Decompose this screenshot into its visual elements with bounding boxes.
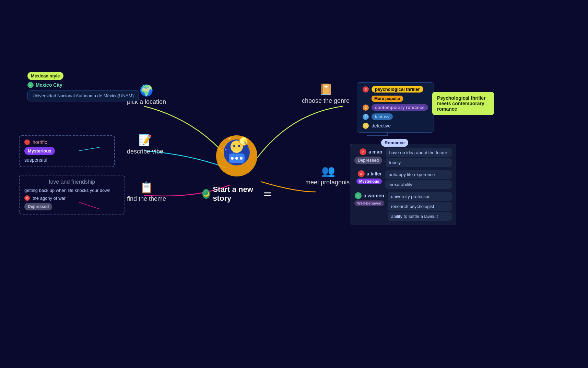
women-label-wrap: ♀ a women [355, 192, 384, 199]
choose-genre-label: choose the genre [302, 97, 350, 105]
svg-point-11 [238, 145, 240, 147]
globe-icon: 🌍 [140, 84, 153, 97]
fantasy-label: fantasy [372, 113, 393, 120]
meet-protagonist-branch: 👥 meet protagonist [305, 164, 351, 186]
suspensful-label: suspensful [24, 157, 47, 163]
svg-point-18 [231, 157, 234, 160]
women-icon: ♀ [355, 192, 362, 199]
menu-button[interactable] [264, 192, 271, 196]
genre-popup-text: Psychological thriller meets contemporar… [437, 95, 486, 112]
romance-badge[interactable]: Romance [381, 139, 408, 147]
thriller-dot: ⊙ [363, 86, 369, 93]
theme-agony: ⊘ the agony of war [24, 195, 120, 201]
man-traits: have no idea about the future lonely [386, 148, 452, 167]
detective-label: detective [372, 123, 391, 128]
genre-box: ⊙ psychological thriller More popular ⊙ … [357, 82, 434, 133]
killer-trait-1: unhappy life experence [385, 170, 452, 179]
more-popular-label: More popular [363, 95, 428, 101]
romance-badge-wrap: Romance [381, 139, 408, 147]
romance-dot: ⊙ [363, 105, 369, 111]
killer-trait-2: inexorability [385, 180, 452, 189]
center-icon: 💡 ✦ ✦ ✦ idea [214, 134, 259, 183]
protagonist-man-section: ♂ a man Depressed have no idea about the… [354, 148, 452, 167]
agony-dot: ⊘ [24, 195, 30, 201]
clipboard-icon: 📋 [140, 181, 153, 194]
vibe-suspensful: suspensful [24, 157, 109, 163]
theme-box: love and friendship getting back up when… [19, 175, 125, 214]
center-title: 🌙 Start a new story [202, 185, 271, 203]
killer-traits: unhappy life experence inexorability [385, 170, 452, 189]
find-theme-branch: 📋 find the theme [127, 181, 166, 203]
svg-text:✦: ✦ [225, 148, 227, 151]
man-depressed-tag[interactable]: Depressed [354, 157, 382, 164]
genre-item-thriller[interactable]: ⊙ psychological thriller [363, 86, 428, 93]
describe-vibe-label: describe vibe [127, 148, 163, 155]
killer-label-wrap: ⚔ a killer [358, 170, 382, 177]
fantasy-dot: ⓕ [363, 114, 369, 120]
protagonist-killer-section: ⚔ a killer Mysterious unhappy life exper… [354, 170, 452, 189]
man-label-wrap: ♂ a man [360, 148, 382, 155]
svg-text:idea: idea [233, 150, 239, 153]
notepad-icon: 📝 [138, 134, 152, 147]
mexican-style-tag[interactable]: Mexican style [27, 72, 63, 80]
svg-text:✦: ✦ [228, 137, 231, 140]
svg-point-10 [233, 145, 235, 147]
horrific-dot [24, 139, 30, 145]
find-theme-label: find the theme [127, 195, 166, 203]
title-text: Start a new story [213, 185, 261, 203]
popular-tag: More popular [372, 96, 403, 102]
genre-popup: Psychological thriller meets contemporar… [432, 92, 494, 115]
romance-label: contemporary romance [372, 104, 428, 111]
getback-label: getting back up when life knocks your do… [24, 188, 110, 193]
detective-dot: ⊙ [363, 123, 369, 129]
choose-genre-branch: 📔 choose the genre [302, 83, 350, 105]
theme-getback: getting back up when life knocks your do… [24, 187, 120, 193]
depressed-tag[interactable]: Depressed [24, 203, 52, 210]
vibe-horrific: horrific [24, 139, 109, 145]
women-trait-1: university professor [388, 192, 452, 201]
killer-icon: ⚔ [358, 170, 365, 177]
university-name: Universidad Nacional Autónoma de México(… [33, 93, 134, 98]
check-icon: ✓ [27, 82, 34, 88]
women-label: a women [364, 193, 384, 198]
protagonist-box: Romance ♂ a man Depressed have no idea a… [350, 144, 456, 225]
man-trait-1: have no idea about the future [386, 148, 452, 157]
vibe-mysterious: Mysterious [24, 147, 109, 155]
city-name: Mexico City [36, 82, 62, 88]
man-trait-2: lonely [386, 158, 452, 167]
moon-icon: 🌙 [202, 189, 210, 199]
genre-item-detective[interactable]: ⊙ detective [363, 123, 428, 129]
svg-text:✦: ✦ [247, 147, 249, 150]
genre-item-fantasy[interactable]: ⓕ fantasy [363, 113, 428, 120]
man-label: a man [368, 149, 382, 155]
center-node: 💡 ✦ ✦ ✦ idea 🌙 Start a new story [202, 134, 271, 203]
killer-label: a killer [367, 171, 382, 176]
women-trait-2: research psychologist [388, 202, 452, 211]
svg-point-20 [240, 157, 243, 160]
mysterious-tag[interactable]: Mysterious [24, 147, 55, 155]
protagonist-women-section: ♀ a women Well-behaved university profes… [354, 192, 452, 221]
people-icon: 👥 [321, 164, 335, 177]
genre-item-romance[interactable]: ⊙ contemporary romance [363, 104, 428, 111]
location-items: Mexican style ✓ Mexico City Universidad … [27, 72, 139, 101]
killer-mysterious-tag[interactable]: Mysterious [356, 179, 382, 184]
notebook-icon: 📔 [319, 83, 333, 96]
theme-love: love and friendship [24, 179, 120, 185]
vibe-box: horrific Mysterious suspensful [19, 135, 115, 167]
theme-depressed: Depressed [24, 203, 120, 210]
meet-protagonist-label: meet protagonist [305, 179, 351, 186]
love-label: love and friendship [49, 179, 95, 185]
thriller-label: psychological thriller [372, 86, 423, 93]
svg-text:💡: 💡 [243, 139, 248, 144]
women-trait-3: ability to settle a lawsuit [388, 212, 452, 221]
agony-label: the agony of war [33, 196, 66, 201]
university-box: Universidad Nacional Autónoma de México(… [27, 90, 139, 101]
man-icon: ♂ [360, 148, 366, 155]
women-wellbehaved-tag[interactable]: Well-behaved [354, 200, 384, 206]
women-traits: university professor research psychologi… [388, 192, 452, 221]
describe-vibe-branch: 📝 describe vibe [127, 134, 163, 155]
svg-point-19 [235, 157, 238, 160]
horrific-label: horrific [33, 139, 47, 145]
